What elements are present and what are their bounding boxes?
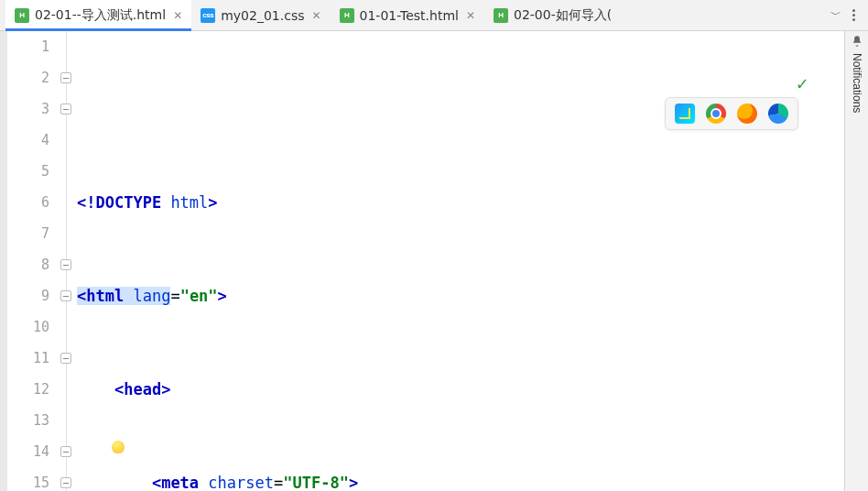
- line-number: 5: [7, 156, 49, 187]
- fold-toggle-icon[interactable]: [60, 477, 71, 488]
- ide-window: H 02-01--导入测试.html ✕ css my02_01.css ✕ H…: [0, 0, 868, 491]
- fold-gutter: [59, 31, 75, 491]
- line-number: 12: [7, 374, 49, 405]
- chevron-down-icon[interactable]: ﹀: [830, 7, 841, 23]
- fold-toggle-icon[interactable]: [60, 259, 71, 270]
- line-number: 15: [7, 467, 49, 491]
- intention-bulb-icon[interactable]: [112, 441, 125, 453]
- line-number: 7: [7, 218, 49, 249]
- line-number: 9: [7, 280, 49, 311]
- close-icon[interactable]: ✕: [311, 9, 320, 22]
- bell-icon[interactable]: [851, 35, 863, 48]
- open-in-browser-toolbar: [665, 97, 798, 130]
- line-number: 14: [7, 436, 49, 467]
- webstorm-icon[interactable]: [675, 104, 695, 124]
- line-number: 6: [7, 187, 49, 218]
- edge-icon[interactable]: [768, 104, 788, 124]
- line-number: 3: [7, 93, 49, 125]
- tab-file-2[interactable]: H 01-01-Test.html ✕: [331, 0, 484, 30]
- editor-tabbar: H 02-01--导入测试.html ✕ css my02_01.css ✕ H…: [0, 0, 868, 31]
- close-icon[interactable]: ✕: [173, 9, 182, 22]
- inspection-ok-icon[interactable]: ✓: [797, 68, 808, 99]
- code-editor[interactable]: ✓ <!DOCTYPE html> <html lang="en"> <head…: [75, 31, 844, 491]
- notifications-panel-button[interactable]: Notifications: [851, 53, 863, 113]
- html-file-icon: H: [15, 8, 29, 23]
- tab-file-3[interactable]: H 02-00-如何导入(: [484, 0, 621, 30]
- chrome-icon[interactable]: [706, 104, 726, 124]
- tab-label: 02-00-如何导入(: [514, 7, 612, 24]
- html-file-icon: H: [494, 8, 508, 23]
- line-number: 10: [7, 311, 49, 343]
- tabbar-actions: ﹀: [830, 0, 864, 30]
- tab-label: 01-01-Test.html: [360, 8, 459, 23]
- css-file-icon: css: [201, 8, 215, 23]
- tab-label: 02-01--导入测试.html: [35, 7, 166, 24]
- tab-label: my02_01.css: [221, 8, 304, 23]
- firefox-icon[interactable]: [737, 104, 757, 124]
- right-tool-rail: Notifications: [844, 31, 868, 491]
- fold-toggle-icon[interactable]: [60, 446, 71, 457]
- fold-toggle-icon[interactable]: [60, 104, 71, 115]
- line-number: 11: [7, 343, 49, 374]
- more-options-icon[interactable]: [851, 5, 857, 25]
- fold-toggle-icon[interactable]: [60, 72, 71, 83]
- line-number: 1: [7, 31, 49, 62]
- html-file-icon: H: [340, 8, 354, 23]
- close-icon[interactable]: ✕: [466, 9, 475, 22]
- editor-main: 1 2 3 4 5 6 7 8 9 10 11 12 13 14 15: [0, 31, 868, 491]
- line-number: 8: [7, 249, 49, 280]
- fold-toggle-icon[interactable]: [60, 290, 71, 301]
- tab-file-1[interactable]: css my02_01.css ✕: [191, 0, 330, 30]
- line-number: 4: [7, 125, 49, 156]
- fold-toggle-icon[interactable]: [60, 353, 71, 364]
- line-number: 2: [7, 62, 49, 93]
- line-number: 13: [7, 405, 49, 436]
- line-number-gutter: 1 2 3 4 5 6 7 8 9 10 11 12 13 14 15: [7, 31, 59, 491]
- tab-file-0[interactable]: H 02-01--导入测试.html ✕: [5, 0, 191, 30]
- left-gutter-strip: [0, 31, 7, 491]
